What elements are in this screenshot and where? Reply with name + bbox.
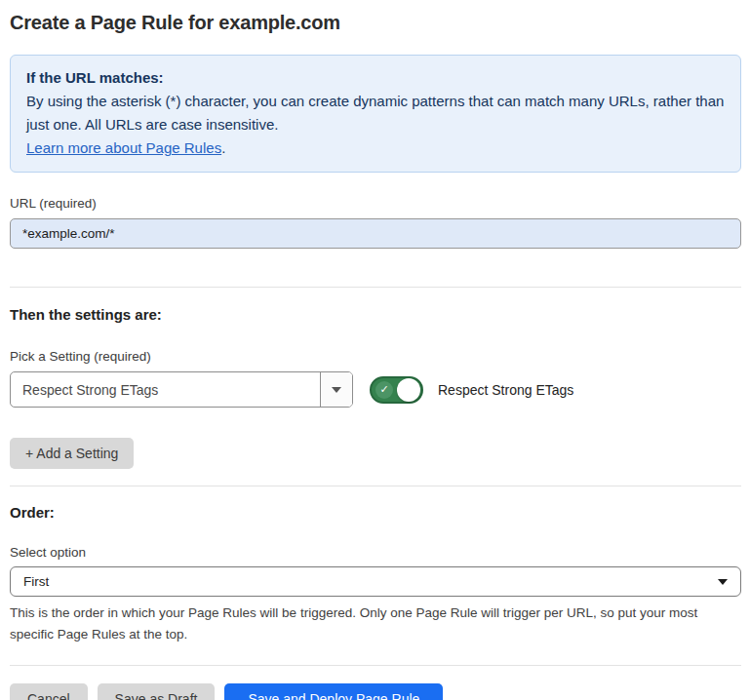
- order-section-heading: Order:: [10, 504, 741, 521]
- setting-select-arrow-button[interactable]: [320, 372, 352, 407]
- toggle-check-icon: ✓: [375, 381, 393, 399]
- add-setting-button[interactable]: + Add a Setting: [10, 438, 134, 469]
- cancel-button[interactable]: Cancel: [10, 683, 88, 700]
- url-match-info-banner: If the URL matches: By using the asteris…: [10, 55, 741, 173]
- order-select-label: Select option: [10, 545, 741, 560]
- toggle-label: Respect Strong ETags: [438, 382, 573, 398]
- info-banner-body: By using the asterisk (*) character, you…: [26, 90, 725, 136]
- toggle-knob: [397, 378, 420, 402]
- setting-select-value: Respect Strong ETags: [11, 372, 320, 407]
- section-divider: [10, 486, 741, 486]
- chevron-down-icon: [332, 387, 341, 393]
- url-input[interactable]: [10, 218, 741, 249]
- form-actions: Cancel Save as Draft Save and Deploy Pag…: [10, 683, 741, 700]
- save-and-deploy-button[interactable]: Save and Deploy Page Rule: [224, 683, 443, 700]
- learn-more-link[interactable]: Learn more about Page Rules: [26, 139, 221, 156]
- section-divider: [10, 665, 741, 666]
- settings-section-heading: Then the settings are:: [10, 306, 741, 323]
- url-field-label: URL (required): [10, 196, 741, 211]
- setting-select-dropdown[interactable]: Respect Strong ETags: [10, 371, 353, 408]
- order-select-dropdown[interactable]: First: [10, 566, 741, 597]
- chevron-down-icon: [718, 579, 728, 585]
- create-page-rule-form: Create a Page Rule for example.com If th…: [0, 0, 750, 700]
- page-title: Create a Page Rule for example.com: [10, 12, 741, 34]
- setting-row: Respect Strong ETags ✓ Respect Strong ET…: [10, 371, 741, 408]
- link-suffix: .: [221, 139, 225, 156]
- section-divider: [10, 287, 741, 288]
- order-select-value: First: [23, 574, 49, 589]
- order-help-text: This is the order in which your Page Rul…: [10, 603, 731, 645]
- pick-setting-label: Pick a Setting (required): [10, 349, 741, 364]
- respect-strong-etags-toggle[interactable]: ✓: [370, 376, 423, 404]
- info-banner-heading: If the URL matches:: [26, 66, 725, 90]
- info-banner-link-line: Learn more about Page Rules.: [26, 136, 725, 160]
- save-as-draft-button[interactable]: Save as Draft: [98, 683, 216, 700]
